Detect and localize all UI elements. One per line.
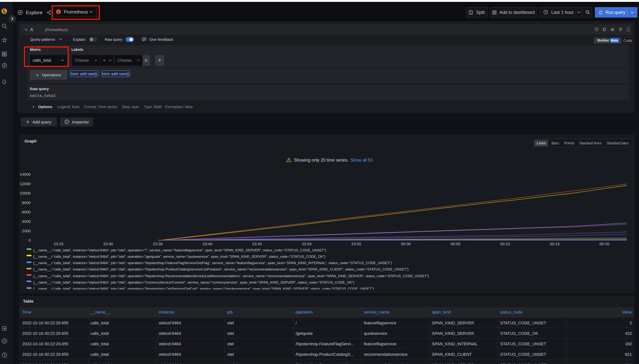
svg-text:23:50: 23:50 xyxy=(302,242,312,246)
svg-text:0: 0 xyxy=(28,238,30,242)
svg-text:2000: 2000 xyxy=(22,229,30,233)
svg-text:23:35: 23:35 xyxy=(153,242,162,246)
svg-text:23:40: 23:40 xyxy=(202,242,212,246)
svg-text:8000: 8000 xyxy=(22,200,30,205)
svg-text:6000: 6000 xyxy=(22,210,30,214)
svg-text:00:10: 00:10 xyxy=(500,242,510,246)
svg-text:23:30: 23:30 xyxy=(103,242,113,246)
svg-text:23:25: 23:25 xyxy=(54,242,64,246)
svg-text:00:20: 00:20 xyxy=(599,242,609,246)
svg-text:23:55: 23:55 xyxy=(351,242,361,246)
svg-text:00:00: 00:00 xyxy=(401,242,411,246)
svg-text:14000: 14000 xyxy=(20,172,30,176)
svg-text:00:15: 00:15 xyxy=(550,242,560,246)
svg-text:23:45: 23:45 xyxy=(252,242,262,246)
svg-text:12000: 12000 xyxy=(20,182,30,186)
svg-text:4000: 4000 xyxy=(22,219,30,224)
svg-text:10000: 10000 xyxy=(20,191,30,195)
svg-text:00:05: 00:05 xyxy=(450,242,460,246)
